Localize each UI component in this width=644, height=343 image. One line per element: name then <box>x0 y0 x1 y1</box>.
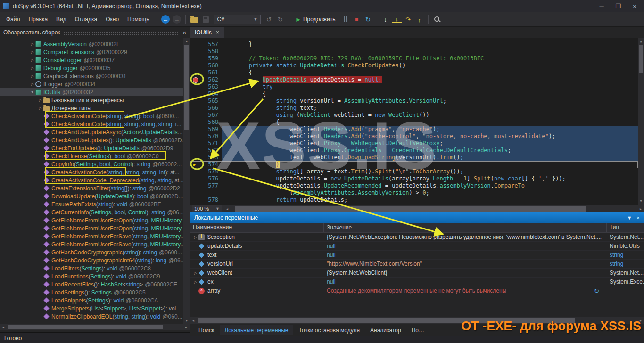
tree-item[interactable]: LoadFunctions(Settings): void @060002C9 <box>0 272 190 280</box>
code-text[interactable]: try <box>222 83 638 90</box>
locals-row[interactable]: ▷exnullSystem.Exce... <box>190 278 644 286</box>
scroll-right-icon[interactable]: ► <box>183 326 190 329</box>
expander-icon[interactable]: ▷ <box>29 66 35 70</box>
step-into-icon[interactable]: ↓ <box>392 16 402 23</box>
code-text[interactable]: { <box>222 69 638 76</box>
restart-icon[interactable]: ↻ <box>363 15 373 24</box>
tree-item[interactable]: NormalizeClipboardEOL(string, string): v… <box>0 312 190 320</box>
tree-item[interactable]: ▷Дочерние типы <box>0 104 190 112</box>
code-text[interactable]: string text; <box>222 105 638 112</box>
close-icon[interactable]: × <box>216 29 219 36</box>
locals-row[interactable]: ▷webClient{System.Net.WebClient}System.N… <box>190 269 644 278</box>
breakpoint-margin[interactable] <box>190 154 202 161</box>
menu-item[interactable]: Правка <box>25 14 52 25</box>
bottom-tab[interactable]: Точки останова модуля <box>294 325 365 335</box>
restore-button[interactable]: ❐ <box>611 3 625 10</box>
tree-item[interactable]: ▼IOUtils@02000032 <box>0 88 190 96</box>
code-text[interactable]: UpdateDetails updateDetails = null; <box>222 76 638 83</box>
tree-item[interactable]: CheckActivationCode(string, string, stri… <box>0 120 190 128</box>
scrollbar-thumb[interactable] <box>235 206 586 212</box>
tree-item[interactable]: CheckLicense(Settings): bool @060002C0 <box>0 152 190 160</box>
tree-item[interactable]: ▷Базовый тип и интерфейсы <box>0 96 190 104</box>
expander-icon[interactable]: ▷ <box>192 280 198 284</box>
continue-button[interactable]: ▶ Продолжить <box>292 16 339 23</box>
tree-item[interactable]: CreateActivationCode(string, string, str… <box>0 168 190 176</box>
bottom-tab[interactable]: Поиск <box>194 325 219 335</box>
tree-item[interactable]: LoadSnippets(Settings): void @060002CA <box>0 296 190 304</box>
navigate-forward-icon[interactable]: → <box>173 15 181 24</box>
pause-icon[interactable] <box>340 15 351 24</box>
menu-item[interactable]: Вид <box>52 14 71 25</box>
tree-item[interactable]: LoadFilters(Settings): void @060002C8 <box>0 264 190 272</box>
tree-item[interactable]: GetFileNameFromUserForSave(string, MRUHi… <box>0 240 190 248</box>
code-text[interactable]: webClient.Proxy = WebRequest.DefaultWebP… <box>222 140 638 147</box>
tree-item[interactable]: CheckForUpdates(): UpdateDetails @060002… <box>0 144 190 152</box>
scroll-left-icon[interactable]: ◄ <box>0 326 7 329</box>
tree-item[interactable]: ▷DebugLogger@02000035 <box>0 64 190 72</box>
close-button[interactable]: × <box>628 3 641 10</box>
code-text[interactable]: return updateDetails; <box>222 196 638 204</box>
tab-ioutils[interactable]: IOUtils × <box>190 27 224 38</box>
breakpoint-margin[interactable] <box>190 119 202 126</box>
code-text[interactable] <box>222 48 638 55</box>
tree-item[interactable]: GetFileNameFromUserForOpen(string, MRUHi… <box>0 216 190 224</box>
code-text[interactable]: using (WebClient webClient = new WebClie… <box>222 112 638 119</box>
navigate-back-icon[interactable]: ← <box>161 15 170 24</box>
code-text[interactable]: // Token: 0x060002D9 RID: 729 RVA: 0x000… <box>222 55 638 62</box>
menu-item[interactable]: Помощь <box>123 14 153 25</box>
scroll-down-icon[interactable]: ▼ <box>638 198 644 205</box>
tree-item[interactable]: CheckActivationCode(string, string): boo… <box>0 112 190 120</box>
code-text[interactable]: webClient.Headers.Add("pragma", "no-cach… <box>222 126 638 133</box>
scrollbar-thumb[interactable] <box>198 318 575 323</box>
show-next-statement-icon[interactable]: ↓ <box>380 15 391 24</box>
column-header[interactable]: Тип <box>607 223 644 232</box>
zoom-select[interactable]: 100 % ▼ <box>192 205 222 212</box>
tree-item[interactable]: ▷ConsoleLogger@02000037 <box>0 56 190 64</box>
open-file-icon[interactable] <box>189 15 199 24</box>
tree-item[interactable]: EnsurePathExists(string): void @060002BF <box>0 200 190 208</box>
locals-row[interactable]: arrayСозданные декомпилятором переменные… <box>190 286 644 295</box>
tree-item[interactable]: LoadRecentFiles(): HashSet<string> @0600… <box>0 280 190 288</box>
code-text[interactable]: (AssemblyAttributes.AssemblyVersion) > 0… <box>222 189 638 196</box>
breakpoint-margin[interactable] <box>190 126 202 133</box>
breakpoint-icon[interactable] <box>193 77 198 83</box>
breakpoint-margin[interactable] <box>190 112 202 119</box>
close-icon[interactable]: × <box>182 29 186 36</box>
locals-horizontal-scrollbar[interactable]: ◄ ► <box>190 317 644 324</box>
tree-item[interactable]: CopyInfo(Settings, bool, Control): strin… <box>0 160 190 168</box>
tree-item[interactable]: GetFileNameFromUserForSave(string, MRUHi… <box>0 232 190 240</box>
expander-icon[interactable]: ▷ <box>37 98 43 102</box>
scroll-up-icon[interactable]: ▲ <box>638 38 644 45</box>
column-header[interactable]: Наименование <box>190 223 324 232</box>
tree-item[interactable]: GetHashCodeCryptographicInt64(string): l… <box>0 256 190 264</box>
breakpoint-margin[interactable] <box>190 90 202 98</box>
scrollbar-thumb[interactable] <box>8 325 163 329</box>
menu-item[interactable]: Файл <box>2 14 25 25</box>
code-text[interactable]: string versionUrl = AssemblyAttributes.V… <box>222 98 638 105</box>
tree-item[interactable]: GetFileNameFromUserForOpen(string, MRUHi… <box>0 224 190 232</box>
refresh-icon[interactable]: ↻ <box>594 287 599 294</box>
menu-item[interactable]: Окно <box>101 14 123 25</box>
expander-icon[interactable]: ▷ <box>29 58 35 62</box>
scrollbar-thumb[interactable] <box>639 45 643 73</box>
tree-item[interactable]: CheckAndUseUpdateAsync(Action<UpdateDeta… <box>0 128 190 136</box>
chevron-down-icon[interactable]: ▼ <box>627 215 632 220</box>
tree-item[interactable]: CreateExtensionsFilter(string[]): string… <box>0 184 190 192</box>
breakpoint-margin[interactable] <box>190 133 202 140</box>
editor-horizontal-scrollbar[interactable] <box>232 205 636 212</box>
expander-icon[interactable]: ▷ <box>29 74 35 78</box>
breakpoint-margin[interactable]: ► <box>190 161 202 168</box>
language-combobox[interactable]: C# ▼ <box>214 15 261 24</box>
scroll-up-icon[interactable]: ▲ <box>183 38 190 44</box>
tree-horizontal-scrollbar[interactable]: ◄ ► <box>0 324 190 330</box>
locals-row[interactable]: versionUrl"https://www.NimbleText.com/Ve… <box>190 260 644 269</box>
breakpoint-margin[interactable] <box>190 41 202 48</box>
code-text[interactable]: updateDetails = new UpdateDetails(array[… <box>222 175 638 182</box>
code-text[interactable]: } <box>222 41 638 48</box>
breakpoint-margin[interactable] <box>190 55 202 62</box>
step-over-icon[interactable]: ↷ <box>403 15 413 24</box>
scrollbar-thumb[interactable] <box>184 45 189 130</box>
tree-vertical-scrollbar[interactable]: ▲ ▼ <box>183 38 190 324</box>
scroll-down-icon[interactable]: ▼ <box>183 318 190 324</box>
scroll-left-icon[interactable]: ◄ <box>190 319 197 322</box>
